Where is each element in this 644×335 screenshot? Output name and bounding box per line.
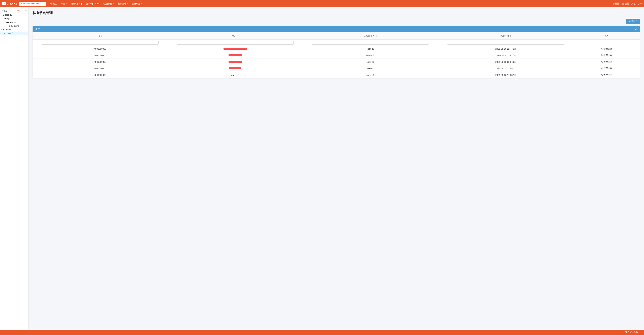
- nav-admin[interactable]: 管理员 ▾: [612, 2, 620, 5]
- table-title: 用户: [35, 28, 40, 31]
- cell-id: 4000000004: [32, 65, 168, 72]
- users-table: ID ⇅ 用户 ⇅ 添加操作人 ⇅ 添加时间 ⇅: [32, 32, 640, 78]
- chevron-down-icon: ▾: [141, 3, 142, 5]
- add-user-button[interactable]: 添加用户: [626, 18, 640, 24]
- tree-item-label: private: [5, 28, 12, 31]
- cell-action: ✎管理机器: [573, 52, 640, 59]
- tree-item-label: c3_demo: [11, 25, 19, 27]
- nav-item-dashboard[interactable]: 仪表盘: [49, 1, 58, 6]
- tree-node-ops[interactable]: ▾ 🖿 ops: [0, 17, 28, 20]
- add-node-icon[interactable]: +: [20, 10, 22, 12]
- cell-addtime: 2021-05-28 11:53:19: [438, 72, 573, 78]
- manage-machines-button[interactable]: ✎管理机器: [601, 47, 612, 50]
- cell-addtime: 2021-05-28 22:42:24: [438, 52, 573, 59]
- app-logo[interactable]: C3 OPEN-C3: [2, 2, 17, 5]
- cell-id: 4000000005: [32, 59, 168, 65]
- sidebar-header: TREE 📍 + − ⟳: [0, 9, 28, 13]
- tree-label: TREE: [2, 10, 7, 12]
- manage-machines-button[interactable]: ✎管理机器: [601, 54, 612, 57]
- chevron-down-icon: ▾: [620, 3, 620, 5]
- col-header-user[interactable]: 用户 ⇅: [168, 32, 303, 39]
- table-body: 4000000008open-c32021-05-28 22:47:12✎管理机…: [32, 46, 640, 78]
- cell-addtime: 2021-05-28 22:47:12: [438, 46, 573, 52]
- page-footer: OPEN-C3 © 2021: [0, 330, 644, 335]
- col-header-addedby[interactable]: 添加操作人 ⇅: [303, 32, 438, 39]
- folder-icon: 🖿: [5, 17, 7, 20]
- tree-expand-icon: ▾: [1, 14, 2, 16]
- nav-item-bizmanage[interactable]: 业务管理 ▾: [116, 1, 129, 6]
- logo-icon: C3: [2, 2, 6, 5]
- main-layout: TREE 📍 + − ⟳ ▾ 🖿 open-c3 ▾ 🖿 ops ▾ 🖿 ops…: [0, 7, 644, 330]
- tree-toolbar: 📍 + − ⟳: [17, 10, 27, 12]
- table-header-row: ID ⇅ 用户 ⇅ 添加操作人 ⇅ 添加时间 ⇅: [32, 32, 640, 39]
- cell-action: ✎管理机器: [573, 65, 640, 72]
- edit-icon: ✎: [601, 47, 603, 50]
- filter-input-addtime[interactable]: [447, 40, 564, 45]
- remove-node-icon[interactable]: −: [23, 10, 24, 12]
- main-content: 私有节点管理 添加用户 用户 ⟳ ID ⇅ 用户 ⇅: [28, 7, 644, 330]
- tree-node-open-c3-private[interactable]: ☰ open-c3: [0, 31, 28, 35]
- tree-item-label: open-c3: [6, 32, 13, 34]
- nav-connector[interactable]: 连接器: [622, 2, 629, 5]
- table-row: 4000000004FENG2021-05-28 21:55:33✎管理机器: [32, 65, 640, 72]
- filter-cell-user: [168, 39, 303, 46]
- edit-icon: ✎: [601, 54, 603, 57]
- cell-user: [168, 65, 303, 72]
- nav-open-c3[interactable]: OPEN-C3 ▾: [631, 2, 642, 5]
- cell-addtime: 2021-05-28 22:36:35: [438, 59, 573, 65]
- filter-cell-addedby: [303, 39, 438, 46]
- col-header-addtime[interactable]: 添加时间 ⇅: [438, 32, 573, 39]
- refresh-table-icon[interactable]: ⟳: [635, 28, 637, 30]
- manage-machines-button[interactable]: ✎管理机器: [601, 73, 612, 76]
- tree-item-label: ops: [7, 17, 10, 20]
- refresh-tree-icon[interactable]: ⟳: [25, 10, 27, 12]
- edit-icon: ✎: [601, 67, 603, 70]
- tree-item-label: opsdev: [10, 21, 16, 23]
- table-row: 4000000005open-c32021-05-28 22:36:35✎管理机…: [32, 59, 640, 65]
- cell-addedby: open-c3: [303, 52, 438, 59]
- sidebar: TREE 📍 + − ⟳ ▾ 🖿 open-c3 ▾ 🖿 ops ▾ 🖿 ops…: [0, 7, 28, 330]
- tree-expand-icon: ▾: [1, 29, 2, 31]
- page-title: 私有节点管理: [32, 11, 640, 15]
- cell-user: [168, 59, 303, 65]
- edit-icon: ✎: [601, 74, 603, 76]
- nav-item-history[interactable]: 执行历史 ▾: [130, 1, 144, 6]
- filter-input-addedby[interactable]: [312, 40, 429, 45]
- sort-icon: ⇅: [376, 35, 377, 37]
- filter-input-user[interactable]: [177, 40, 294, 45]
- cell-addedby: open-c3: [303, 46, 438, 52]
- tree-node-open-c3[interactable]: ▾ 🖿 open-c3: [0, 13, 28, 17]
- filter-cell-action: [573, 39, 640, 46]
- tree-item-label: open-c3: [5, 14, 12, 16]
- search-input[interactable]: [19, 2, 46, 6]
- folder-icon: 🖿: [2, 29, 4, 31]
- manage-machines-button[interactable]: ✎管理机器: [601, 60, 612, 63]
- tree-node-private[interactable]: ▾ 🖿 private: [0, 28, 28, 31]
- nav-item-co[interactable]: 轻应用[CO]: [69, 1, 84, 6]
- cell-action: ✎管理机器: [573, 46, 640, 52]
- redacted-bar: [224, 48, 247, 50]
- table-row: 4000000003open-c3open-c32021-05-28 11:53…: [32, 72, 640, 78]
- tree-node-opsdev[interactable]: ▾ 🖿 opsdev: [0, 20, 28, 24]
- nav-item-quickrun[interactable]: 快速执行 ▾: [102, 1, 115, 6]
- table-card-header: 用户 ⟳: [32, 26, 640, 32]
- manage-machines-button[interactable]: ✎管理机器: [601, 67, 612, 70]
- cell-user: open-c3: [168, 72, 303, 78]
- app-name-label: OPEN-C3: [7, 2, 17, 5]
- cell-action: ✎管理机器: [573, 59, 640, 65]
- chevron-down-icon: ▾: [66, 3, 66, 5]
- top-navbar: C3 OPEN-C3 仪表盘 报告 ▾ 轻应用[CO] 流水线[CI/CD] 快…: [0, 0, 644, 7]
- filter-cell-addtime: [438, 39, 573, 46]
- sort-icon: ⇅: [510, 35, 511, 37]
- filter-input-id[interactable]: [42, 40, 158, 45]
- table-row: 4000000006open-c32021-05-28 22:42:24✎管理机…: [32, 52, 640, 59]
- chevron-down-icon: ▾: [127, 3, 128, 5]
- nav-item-cicd[interactable]: 流水线[CI/CD]: [84, 1, 101, 6]
- cell-id: 4000000008: [32, 46, 168, 52]
- col-header-id[interactable]: ID ⇅: [32, 32, 168, 39]
- tree-node-c3-demo[interactable]: ☰ c3_demo: [0, 24, 28, 28]
- pin-icon[interactable]: 📍: [17, 10, 20, 12]
- nav-item-reports[interactable]: 报告 ▾: [59, 1, 68, 6]
- nav-menu: 仪表盘 报告 ▾ 轻应用[CO] 流水线[CI/CD] 快速执行 ▾ 业务管理 …: [49, 1, 612, 6]
- footer-text: OPEN-C3 © 2021: [624, 331, 641, 334]
